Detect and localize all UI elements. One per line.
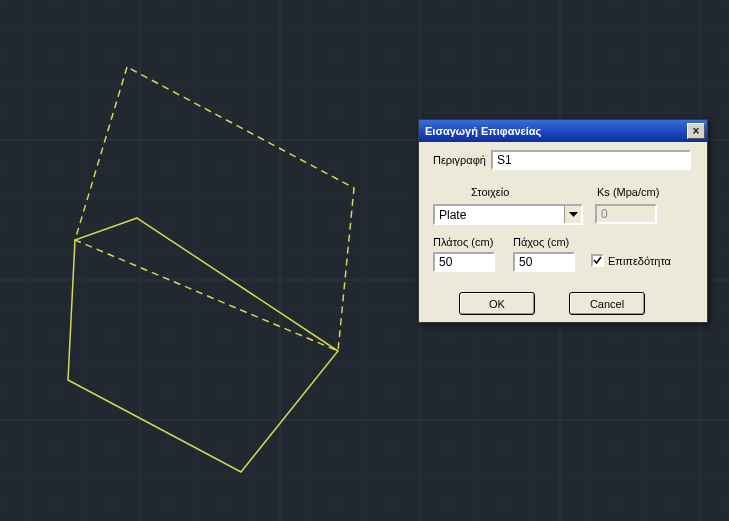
- flatness-checkbox[interactable]: [591, 254, 604, 267]
- surface-insert-dialog: Εισαγωγή Επιφανείας × Περιγραφή Στοιχείο…: [418, 119, 708, 323]
- cancel-button-label: Cancel: [590, 298, 624, 310]
- close-icon: ×: [692, 124, 699, 138]
- width-label: Πλάτος (cm): [433, 236, 493, 248]
- ks-input: [595, 204, 657, 224]
- flatness-label: Επιπεδότητα: [608, 255, 671, 267]
- cancel-button[interactable]: Cancel: [569, 292, 645, 315]
- element-select-value: Plate: [435, 206, 564, 223]
- thickness-label: Πάχος (cm): [513, 236, 569, 248]
- svg-marker-46: [569, 212, 578, 217]
- thickness-input[interactable]: [513, 252, 575, 272]
- element-select[interactable]: Plate: [433, 204, 583, 225]
- dialog-body: Περιγραφή Στοιχείο Ks (Mpa/cm) Plate Πλά…: [419, 142, 707, 322]
- element-label: Στοιχείο: [471, 186, 509, 198]
- ok-button[interactable]: OK: [459, 292, 535, 315]
- ks-label: Ks (Mpa/cm): [597, 186, 659, 198]
- ok-button-label: OK: [489, 298, 505, 310]
- check-icon: [593, 256, 602, 265]
- flatness-checkbox-group[interactable]: Επιπεδότητα: [591, 254, 671, 267]
- dialog-title: Εισαγωγή Επιφανείας: [425, 125, 541, 137]
- dropdown-button[interactable]: [564, 206, 581, 223]
- chevron-down-icon: [569, 212, 578, 218]
- dialog-titlebar[interactable]: Εισαγωγή Επιφανείας ×: [419, 120, 707, 142]
- width-input[interactable]: [433, 252, 495, 272]
- description-label: Περιγραφή: [433, 154, 486, 166]
- close-button[interactable]: ×: [687, 123, 705, 139]
- surface-solid: [68, 218, 338, 472]
- description-input[interactable]: [491, 150, 691, 170]
